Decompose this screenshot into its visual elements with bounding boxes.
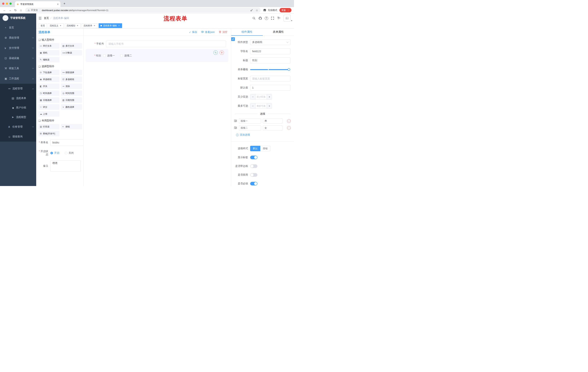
- option-value-input[interactable]: [263, 118, 283, 124]
- slider-track[interactable]: [250, 69, 289, 70]
- chip-password[interactable]: ▣密码: [38, 50, 60, 55]
- decrease-button[interactable]: −: [250, 94, 255, 99]
- tab-form-props[interactable]: 表单属性: [263, 29, 294, 36]
- caret-down-icon[interactable]: ▾: [291, 20, 292, 22]
- checkbox-box[interactable]: [120, 54, 123, 57]
- back-button[interactable]: ←: [2, 8, 7, 13]
- option-label-input[interactable]: [239, 118, 261, 124]
- increase-button[interactable]: +: [267, 94, 272, 99]
- bookmark-star-icon[interactable]: ☆: [256, 9, 258, 12]
- checkbox-option-1[interactable]: 选项一: [103, 54, 115, 57]
- required-switch[interactable]: [250, 182, 257, 185]
- component-type-value[interactable]: [250, 39, 290, 45]
- gender-field-selected[interactable]: 性别 选项一 选项二: [86, 49, 228, 62]
- sidebar-item-task-mgmt[interactable]: ⋔ 任务管理: [0, 122, 36, 132]
- increase-button[interactable]: +: [267, 103, 272, 108]
- password-key-icon[interactable]: [250, 9, 253, 12]
- tag-close-icon[interactable]: ×: [93, 24, 96, 27]
- hamburger-icon[interactable]: ☰: [36, 13, 44, 23]
- phone-input[interactable]: [106, 41, 226, 47]
- sidebar-item-process-model[interactable]: ➤ 流程模型: [0, 112, 36, 122]
- avatar[interactable]: [284, 15, 291, 22]
- remove-option-button[interactable]: −: [287, 119, 291, 123]
- link-icon[interactable]: [231, 37, 235, 41]
- chip-time-picker[interactable]: ◷时间选择: [38, 90, 60, 96]
- window-close-button[interactable]: [2, 2, 4, 5]
- tag-close-icon[interactable]: ×: [118, 24, 120, 27]
- address-bar[interactable]: ⚠ 不安全 dashboard.yudao.iocoder.cn/bpm/man…: [25, 8, 261, 13]
- sidebar-item-user-group[interactable]: ☻ 用户分组: [0, 103, 36, 112]
- chip-row-container[interactable]: ▥行容器: [38, 124, 60, 129]
- drag-handle-icon[interactable]: [234, 126, 237, 130]
- add-option-button[interactable]: + 添加选项: [236, 133, 294, 137]
- option-label-input[interactable]: [239, 125, 261, 130]
- tag-close-icon[interactable]: ×: [59, 24, 62, 27]
- delete-component-button[interactable]: [220, 50, 224, 55]
- window-zoom-button[interactable]: [10, 2, 12, 5]
- font-size-icon[interactable]: TT: [276, 13, 282, 23]
- min-select-input[interactable]: [255, 94, 267, 99]
- title-input[interactable]: [250, 57, 290, 63]
- new-tab-button[interactable]: +: [62, 1, 67, 6]
- status-radio-on[interactable]: 开启: [50, 151, 59, 155]
- chip-rate[interactable]: ☆评分: [38, 104, 60, 110]
- help-icon[interactable]: ?: [263, 13, 269, 23]
- chip-color-picker[interactable]: ◑颜色选择: [61, 104, 82, 110]
- chip-date-range[interactable]: ▧日期范围: [61, 97, 82, 103]
- style-button-button[interactable]: 按钮: [260, 146, 270, 151]
- home-button[interactable]: ⌂: [18, 8, 24, 13]
- search-icon[interactable]: [251, 13, 257, 23]
- chip-cascader[interactable]: ⊶级联选择: [61, 70, 82, 75]
- field-name-input[interactable]: [250, 48, 290, 54]
- default-value-input[interactable]: [250, 85, 290, 91]
- chip-counter[interactable]: 123计数器: [61, 50, 82, 55]
- chip-textarea[interactable]: ▤多行文本: [61, 43, 82, 49]
- sidebar-item-home[interactable]: ◔ 首页: [0, 22, 36, 33]
- chip-switch[interactable]: ◧开关: [38, 84, 60, 89]
- tab-close-icon[interactable]: ×: [57, 3, 59, 6]
- chip-time-range[interactable]: ◶时间范围: [61, 90, 82, 96]
- browser-tab[interactable]: ❖ 芋道管理系统 ×: [15, 1, 60, 7]
- sidebar-item-system-mgmt[interactable]: ⚙ 系统管理: [0, 33, 36, 43]
- form-name-input[interactable]: [50, 139, 84, 146]
- chip-radio-group[interactable]: ◉单选框组: [38, 77, 60, 82]
- chip-date-picker[interactable]: ▦日期选择: [38, 97, 60, 103]
- fullscreen-icon[interactable]: [269, 13, 276, 23]
- option-value-input[interactable]: [263, 125, 283, 130]
- chip-slider[interactable]: ⊸滑块: [61, 84, 82, 89]
- sidebar-item-workflow[interactable]: ▣ 工作流程: [0, 74, 36, 84]
- chip-text-input[interactable]: ▭单行文本: [38, 43, 60, 49]
- tag-home[interactable]: 首页: [39, 23, 47, 28]
- border-switch[interactable]: [250, 164, 257, 168]
- kebab-menu-icon[interactable]: ⋮: [287, 9, 289, 12]
- view-json-button[interactable]: 查看json: [201, 30, 215, 34]
- sidebar-item-process-form[interactable]: ▤ 流程表单: [0, 94, 36, 103]
- forward-button[interactable]: →: [7, 8, 13, 13]
- tag-process-definition[interactable]: 流程定义 ×: [48, 23, 64, 28]
- sidebar-item-process-mgmt[interactable]: ≔ 流程管理: [0, 84, 36, 94]
- chip-checkbox-group[interactable]: ☑多选框组: [61, 77, 82, 82]
- max-select-input[interactable]: [255, 103, 267, 108]
- show-label-switch[interactable]: [250, 156, 257, 159]
- sidebar-item-dev-tools[interactable]: ⚒ 研发工具: [0, 63, 36, 74]
- github-icon[interactable]: [257, 13, 263, 23]
- window-minimize-button[interactable]: [6, 2, 8, 5]
- tag-process-form-edit[interactable]: 流程表单-编辑 ×: [99, 23, 122, 28]
- tag-close-icon[interactable]: ×: [76, 24, 79, 27]
- form-remark-textarea[interactable]: 嘿嘿: [50, 160, 81, 172]
- phone-field[interactable]: 手机号: [86, 41, 226, 47]
- update-button[interactable]: 更新 ⋮: [279, 8, 292, 12]
- chip-button[interactable]: ⌖按钮: [61, 124, 82, 129]
- remove-option-button[interactable]: −: [287, 126, 291, 130]
- breadcrumb-home[interactable]: 首页: [44, 17, 49, 20]
- disabled-switch[interactable]: [250, 173, 257, 177]
- sidebar-item-leave-query[interactable]: ☺ 请假查询: [0, 132, 36, 142]
- chip-editor[interactable]: ✎编辑器: [38, 57, 60, 63]
- tag-process-model[interactable]: 流程模型 ×: [65, 23, 81, 28]
- tag-process-form[interactable]: 流程表单 ×: [82, 23, 97, 28]
- style-default-button[interactable]: 默认: [250, 146, 260, 151]
- reload-button[interactable]: ↻: [13, 8, 18, 13]
- slider-handle[interactable]: [288, 68, 290, 71]
- label-width-input[interactable]: [250, 76, 290, 82]
- status-radio-off[interactable]: 关闭: [65, 151, 74, 155]
